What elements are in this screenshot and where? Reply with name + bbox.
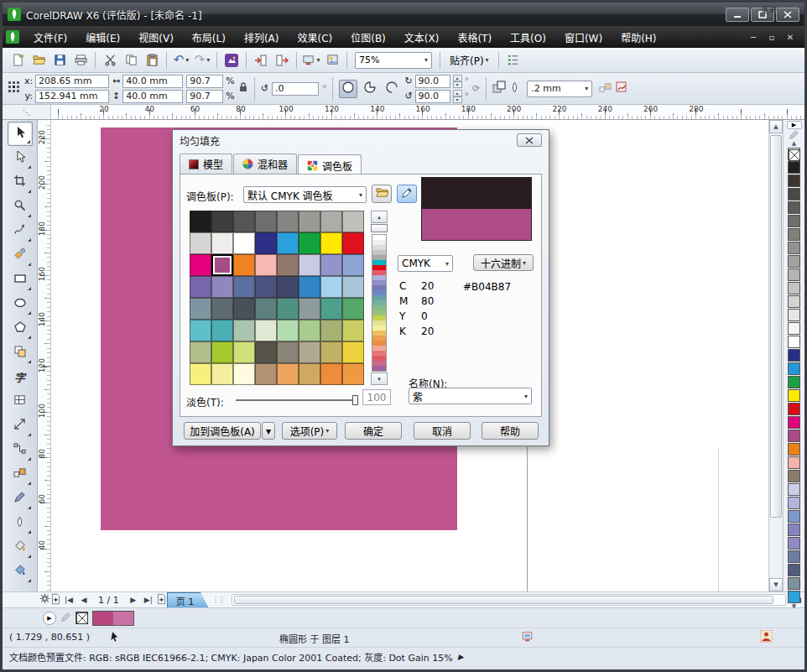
add-page-right-icon[interactable] — [156, 593, 167, 607]
color-swatch[interactable] — [255, 320, 277, 341]
color-swatch[interactable] — [211, 254, 233, 276]
menu-item[interactable]: 布局(L) — [183, 27, 235, 48]
connector-tool[interactable] — [8, 438, 33, 462]
strip-scroll-down[interactable]: ▼ — [371, 372, 388, 385]
arc-start-spinner[interactable]: ▴▾ — [453, 75, 462, 88]
freehand-tool[interactable] — [8, 219, 33, 243]
zoom-level-combo[interactable]: 75%▾ — [355, 52, 432, 69]
palette-swatch[interactable] — [788, 295, 800, 308]
color-swatch[interactable] — [233, 254, 255, 276]
arc-end-spinner[interactable]: ▴▾ — [453, 90, 462, 103]
no-color-swatch[interactable] — [788, 148, 800, 160]
table-tool[interactable] — [8, 389, 33, 414]
color-swatch[interactable] — [342, 320, 364, 341]
scroll-down-arrow[interactable]: ▼ — [769, 578, 783, 591]
ok-button[interactable]: 确定 — [345, 422, 402, 440]
color-swatch[interactable] — [342, 298, 364, 320]
previous-page-button[interactable]: ◀ — [76, 596, 91, 604]
outline-none-swatch[interactable] — [75, 612, 88, 624]
menu-item[interactable]: 窗口(W) — [555, 27, 612, 48]
fill-tool[interactable] — [8, 535, 33, 560]
palette-swatch[interactable] — [788, 228, 800, 241]
color-swatch[interactable] — [233, 341, 255, 363]
color-swatch[interactable] — [320, 320, 342, 341]
dialog-tab[interactable]: 混和器 — [233, 154, 297, 174]
application-launcher-button[interactable]: ▾ — [301, 50, 321, 70]
strip-scroll-thumb[interactable] — [371, 224, 388, 232]
color-swatch[interactable] — [299, 341, 320, 363]
smart-fill-tool[interactable] — [8, 243, 33, 268]
document-minimize-icon[interactable]: ─ — [747, 33, 759, 42]
color-swatch[interactable] — [320, 341, 342, 363]
object-height-field[interactable]: 40.0 mm — [122, 90, 183, 103]
horizontal-ruler[interactable]: 20406080100120140160180200220240260280 — [51, 105, 804, 119]
menu-item[interactable]: 表格(T) — [448, 27, 501, 48]
color-swatch[interactable] — [255, 363, 277, 385]
color-swatch[interactable] — [211, 363, 233, 385]
palette-swatch[interactable] — [788, 524, 800, 536]
import-button[interactable] — [251, 50, 271, 70]
ruler-origin-corner[interactable]: ⋱ — [3, 105, 51, 119]
ellipse-tool[interactable] — [8, 292, 33, 316]
outline-pen-tool[interactable] — [8, 511, 33, 535]
change-direction-icon[interactable]: ⟳ — [472, 83, 480, 94]
color-swatch[interactable] — [277, 232, 299, 254]
user-account-icon[interactable] — [760, 630, 773, 645]
palette-scroll-up[interactable]: ▲ — [792, 140, 796, 147]
status-eyedropper-icon[interactable] — [60, 612, 71, 625]
color-swatch[interactable] — [277, 341, 299, 363]
wrap-text-icon[interactable] — [599, 81, 612, 96]
palette-swatch[interactable] — [788, 362, 800, 375]
color-swatch[interactable] — [299, 211, 320, 232]
component-value[interactable]: 20 — [421, 280, 455, 292]
palette-swatch[interactable] — [788, 577, 800, 590]
palette-swatch[interactable] — [788, 336, 800, 348]
palette-swatch[interactable] — [788, 389, 800, 402]
zoom-tool[interactable] — [8, 195, 33, 219]
scale-y-field[interactable]: 90.7 — [186, 90, 223, 103]
ellipse-mode-button[interactable] — [339, 80, 357, 98]
object-width-field[interactable]: 40.0 mm — [122, 75, 183, 88]
palette-flyout-button[interactable]: ▶ — [787, 121, 802, 129]
color-swatch[interactable] — [233, 276, 255, 298]
color-swatch[interactable] — [299, 363, 320, 385]
parallel-dimension-tool[interactable] — [8, 414, 33, 438]
rotation-angle-field[interactable]: .0 — [272, 82, 319, 96]
color-swatch[interactable] — [233, 211, 255, 232]
arc-end-field[interactable]: 90.0 — [415, 90, 450, 103]
color-swatch[interactable] — [277, 298, 299, 320]
color-swatch[interactable] — [190, 363, 211, 385]
status-flyout-button[interactable]: ▶ — [43, 612, 56, 625]
color-swatch[interactable] — [320, 298, 342, 320]
palette-swatch[interactable] — [788, 591, 800, 603]
document-close-icon[interactable]: ✕ — [784, 33, 796, 42]
menu-item[interactable]: 工具(O) — [501, 27, 555, 48]
component-value[interactable]: 20 — [421, 326, 455, 337]
rectangle-tool[interactable] — [8, 268, 33, 292]
strip-scroll-up[interactable]: ▲ — [371, 211, 388, 223]
search-content-button[interactable] — [221, 50, 242, 70]
close-button[interactable] — [776, 8, 799, 22]
cancel-button[interactable]: 取消 — [414, 422, 471, 440]
palette-swatch[interactable] — [788, 430, 800, 442]
color-swatch[interactable] — [233, 363, 255, 385]
color-swatch[interactable] — [299, 232, 320, 254]
snap-to-button[interactable]: 贴齐(P)▾ — [445, 51, 494, 70]
component-value[interactable]: 80 — [421, 295, 455, 307]
color-swatch[interactable] — [255, 254, 277, 276]
color-swatch[interactable] — [233, 320, 255, 341]
cut-button[interactable] — [100, 50, 120, 70]
palette-select[interactable]: 默认 CMYK 调色板▾ — [243, 186, 367, 203]
color-swatch[interactable] — [342, 254, 364, 276]
palette-swatch[interactable] — [788, 550, 800, 563]
print-button[interactable] — [70, 50, 91, 70]
color-swatch[interactable] — [190, 254, 211, 276]
palette-swatch[interactable] — [788, 497, 800, 509]
color-swatch[interactable] — [190, 298, 211, 320]
arc-mode-button[interactable] — [383, 80, 401, 98]
copy-button[interactable] — [121, 50, 141, 70]
options-button[interactable] — [503, 50, 523, 70]
color-swatch[interactable] — [277, 254, 299, 276]
interactive-fill-tool[interactable] — [8, 560, 33, 584]
color-swatch[interactable] — [255, 232, 277, 254]
